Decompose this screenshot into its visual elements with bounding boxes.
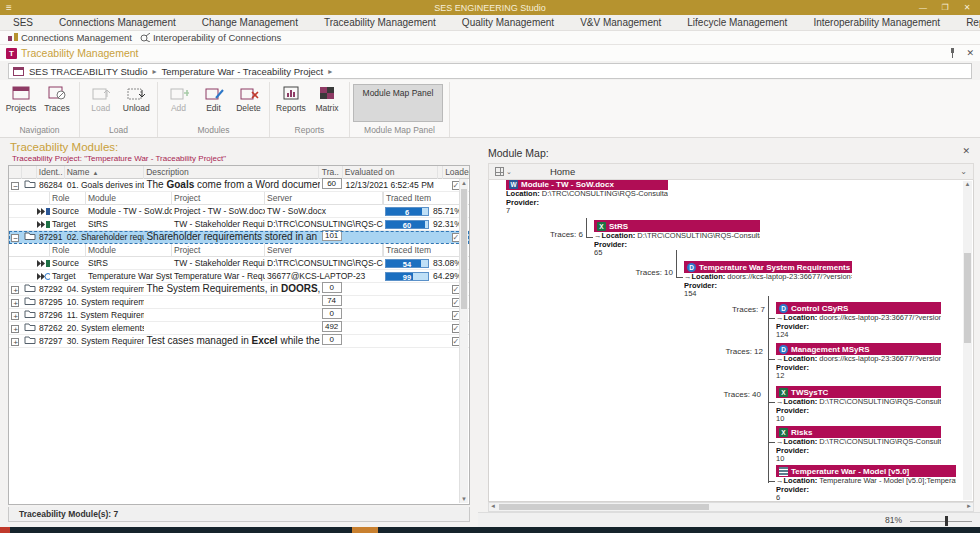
breadcrumb-project[interactable]: Temperature War - Traceability Project: [161, 66, 323, 77]
breadcrumb-arrow-icon: ▸: [328, 67, 332, 76]
source-icon: [36, 259, 50, 268]
maximize-button[interactable]: ❐: [934, 0, 956, 15]
add-icon: [169, 85, 189, 101]
matrix-button[interactable]: Matrix: [310, 83, 344, 126]
quick-connections-management[interactable]: Connections Management: [8, 32, 132, 43]
menu-reports-management[interactable]: Reports Management: [953, 17, 980, 28]
col-evaluated-on[interactable]: Evaluated on: [343, 166, 438, 179]
module-row-87262[interactable]: 87262 20. System elements realize.. 492: [9, 322, 469, 335]
scrollbar-thumb[interactable]: [499, 504, 709, 510]
module-map-canvas[interactable]: Traces: 6 Traces: 10 Traces: 7 Traces: 1…: [488, 180, 974, 502]
module-map-panel-toggle[interactable]: Module Map Panel: [353, 84, 443, 122]
module-row-87297[interactable]: 87297 30. System Requirements te.. Test …: [9, 335, 469, 348]
col-traces[interactable]: Tra..: [319, 166, 343, 179]
taskbar-app-icon[interactable]: [0, 527, 10, 533]
map-vertical-scrollbar[interactable]: ▲: [963, 181, 972, 500]
minimize-button[interactable]: —: [912, 0, 934, 15]
menu-change-management[interactable]: Change Management: [189, 17, 311, 28]
trace-row-source[interactable]: Source StRS TW - Stakeholder Requirement…: [9, 257, 469, 270]
expand-icon[interactable]: [11, 299, 19, 307]
module-row-87292[interactable]: 87292 04. System requirements thr.. The …: [9, 283, 469, 296]
folder-icon: [24, 322, 36, 331]
module-map-close-icon[interactable]: ✕: [962, 146, 970, 156]
delete-button[interactable]: Delete: [232, 83, 265, 126]
col-ident[interactable]: Ident..: [37, 166, 65, 179]
taskbar-active-app[interactable]: [352, 527, 378, 533]
home-label[interactable]: Home: [550, 166, 575, 177]
expand-icon[interactable]: [11, 338, 19, 346]
caret-down-icon: ⌄: [506, 168, 512, 176]
map-node-tw-system-requirements: DTemperature War System Requirements →Lo…: [684, 261, 852, 299]
traces-button[interactable]: Traces: [40, 83, 74, 126]
scroll-up-icon[interactable]: ▲: [460, 180, 468, 186]
panel-splitter[interactable]: [470, 140, 478, 527]
module-row-86284[interactable]: 86284 01. Goals derives into Stake.. The…: [9, 179, 469, 192]
reports-button[interactable]: Reports: [274, 83, 308, 126]
zoom-slider-thumb[interactable]: [945, 516, 948, 526]
col-name[interactable]: Name: [65, 166, 144, 179]
map-horizontal-scrollbar[interactable]: ◄ ►: [488, 502, 974, 512]
quick-interoperability-of-connections[interactable]: Interoperability of Connections: [140, 32, 281, 43]
folder-icon: [24, 296, 36, 305]
menu-vv-management[interactable]: V&V Management: [567, 17, 674, 28]
map-node-temperature-war-model: Temperature War - Model [v5.0] →Location…: [776, 465, 956, 502]
breadcrumb-root[interactable]: SES TRACEABILITY Studio: [29, 66, 147, 77]
scroll-up-icon[interactable]: ▲: [965, 181, 971, 187]
doors-icon: D: [687, 263, 696, 272]
menu-lifecycle-management[interactable]: Lifecycle Management: [674, 17, 800, 28]
delete-icon: [239, 85, 259, 101]
module-map-title: Module Map:: [488, 147, 549, 159]
ribbon-group-modules: Modules: [158, 125, 269, 135]
map-node-sow: WModule - TW - SoW.docx Location: D:\TRC…: [506, 180, 668, 216]
ribbon-group-module-map-panel: Module Map Panel: [350, 125, 449, 135]
traces-label: Traces: 10: [627, 268, 673, 277]
menu-connections-management[interactable]: Connections Management: [46, 17, 189, 28]
close-button[interactable]: ✕: [956, 0, 978, 15]
add-button[interactable]: Add: [162, 83, 195, 126]
expand-icon[interactable]: [11, 312, 19, 320]
excel-icon: X: [597, 222, 606, 231]
source-icon: [36, 207, 50, 216]
col-description[interactable]: Description: [144, 166, 319, 179]
module-row-87296[interactable]: 87296 11. System Requirements de.. 0: [9, 309, 469, 322]
zoom-slider-track[interactable]: [910, 521, 972, 522]
edit-button[interactable]: Edit: [197, 83, 230, 126]
scroll-down-icon[interactable]: ▼: [460, 496, 468, 502]
menu-traceability-management[interactable]: Traceability Management: [311, 17, 449, 28]
scroll-left-icon[interactable]: ◄: [490, 503, 496, 509]
traces-icon: [47, 85, 67, 101]
menu-ses[interactable]: SES: [0, 17, 46, 28]
ribbon-group-reports: Reports: [270, 125, 349, 135]
folder-icon: [24, 231, 36, 240]
quick-access-bar: Connections Management Interoperability …: [0, 31, 980, 45]
breadcrumb-arrow-icon: ▸: [152, 67, 156, 76]
col-loaded[interactable]: Loaded: [443, 166, 469, 178]
pin-icon[interactable]: [949, 48, 956, 58]
menu-quality-management[interactable]: Quality Management: [449, 17, 567, 28]
panel-close-icon[interactable]: ✕: [966, 48, 974, 58]
collapse-icon[interactable]: [11, 234, 19, 242]
folder-icon: [24, 335, 36, 344]
load-button[interactable]: Load: [84, 83, 118, 126]
homebar-chevron-icon[interactable]: ⌄: [960, 167, 967, 176]
trace-row-target[interactable]: Target Temperature War System Requi Temp…: [9, 270, 469, 283]
projects-button[interactable]: Projects: [4, 83, 38, 126]
unload-button[interactable]: Unload: [120, 83, 154, 126]
taskbar[interactable]: [0, 527, 980, 533]
scrollbar-thumb[interactable]: [964, 253, 971, 343]
expand-icon[interactable]: [11, 286, 19, 294]
map-node-risks: XRisks →Location: D:\TRC\CONSULTING\RQS-…: [776, 426, 941, 464]
menu-interoperability-management[interactable]: Interoperability Management: [800, 17, 953, 28]
layout-dropdown[interactable]: ⌄: [495, 167, 512, 176]
collapse-icon[interactable]: [11, 182, 19, 190]
scroll-right-icon[interactable]: ►: [966, 503, 972, 509]
module-row-87291-selected[interactable]: 87291 02. Shareholder requirement.. Shar…: [9, 231, 469, 244]
scrollbar-thumb[interactable]: [461, 189, 467, 309]
module-row-87295[interactable]: 87295 10. System requirements to.. 74: [9, 296, 469, 309]
trace-row-target[interactable]: Target StRS TW - Stakeholder Requirement…: [9, 218, 469, 231]
status-bar: Traceability Module(s): 7: [8, 507, 470, 522]
reports-icon: [281, 85, 301, 101]
table-vertical-scrollbar[interactable]: ▲ ▼: [459, 179, 468, 503]
expand-icon[interactable]: [11, 325, 19, 333]
trace-row-source[interactable]: Source Module - TW - SoW.docx Project - …: [9, 205, 469, 218]
